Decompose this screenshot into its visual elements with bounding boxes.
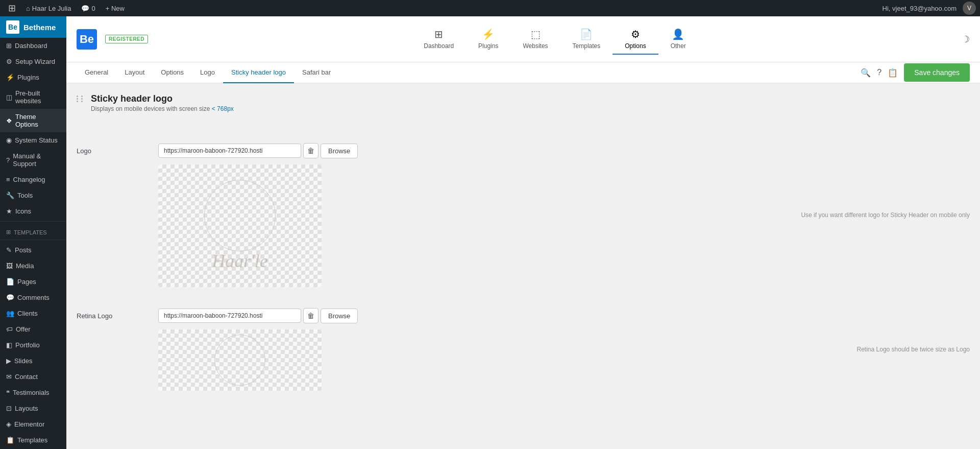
sidebar-item-posts[interactable]: ✎ Posts	[0, 242, 66, 258]
media-icon: 🖼	[6, 262, 13, 270]
drag-handle[interactable]	[77, 96, 85, 102]
top-nav-items: ⊞ Dashboard ⚡ Plugins ⬚ Websites 📄 Templ…	[148, 24, 962, 55]
logo-url-input[interactable]	[158, 144, 301, 158]
user-greeting: Hi, vjeet_93@yahoo.com	[878, 5, 961, 12]
comment-icon: 💬	[81, 5, 89, 12]
layouts-icon: ⊡	[6, 405, 12, 412]
top-nav-websites[interactable]: ⬚ Websites	[510, 24, 560, 55]
changelog-icon: ≡	[6, 176, 10, 183]
top-nav-dashboard[interactable]: ⊞ Dashboard	[411, 24, 466, 55]
top-nav-options[interactable]: ⚙ Options	[612, 24, 658, 55]
section-header: Sticky header logo Displays on mobile de…	[77, 93, 970, 121]
options-content: Sticky header logo Displays on mobile de…	[66, 83, 980, 412]
comments-icon: 💬	[6, 294, 14, 301]
testimonials-icon: ❝	[6, 389, 10, 396]
system-icon: ◉	[6, 136, 12, 144]
logo-circle	[204, 180, 276, 251]
sub-tab-sticky-header-logo[interactable]: Sticky header logo	[223, 62, 294, 83]
tools-icon: 🔧	[6, 192, 14, 199]
new-label: + New	[106, 5, 125, 12]
sidebar-item-testimonials[interactable]: ❝ Testimonials	[0, 385, 66, 400]
icons-icon: ★	[6, 207, 12, 215]
pages-icon: 📄	[6, 278, 14, 286]
sidebar-item-manual-support[interactable]: ? Manual & Support	[0, 148, 66, 172]
sidebar-item-contact[interactable]: ✉ Contact	[0, 369, 66, 385]
sidebar-item-theme-options[interactable]: ❖ Theme Options	[0, 109, 66, 132]
sidebar-item-media[interactable]: 🖼 Media	[0, 258, 66, 274]
retina-logo-url-input[interactable]	[158, 309, 301, 323]
logo-preview-text: Haar'le	[212, 250, 268, 272]
logo-form-inner: 🗑 Browse Haar'le Use if you want differe…	[158, 143, 970, 287]
sub-tab-options[interactable]: Options	[153, 62, 192, 83]
logo-browse-button[interactable]: Browse	[321, 144, 358, 158]
retina-logo-input-group: 🗑 Browse	[158, 308, 837, 323]
top-nav-templates[interactable]: 📄 Templates	[560, 24, 613, 55]
sidebar-brand[interactable]: Be Betheme	[0, 16, 66, 38]
sidebar-item-templates-bottom[interactable]: 📋 Templates	[0, 432, 66, 448]
sidebar-item-dashboard[interactable]: ⊞ Dashboard	[0, 38, 66, 54]
help-icon[interactable]: ?	[877, 68, 881, 77]
sub-tabs-right: 🔍 ? 📋 Save changes	[861, 63, 970, 82]
top-nav: Be REGISTERED ⊞ Dashboard ⚡ Plugins ⬚ We…	[66, 16, 980, 62]
site-name-item[interactable]: ⌂ Haar Le Julia	[22, 0, 75, 16]
sidebar-item-pages[interactable]: 📄 Pages	[0, 274, 66, 290]
sidebar-item-pre-built[interactable]: ◫ Pre-built websites	[0, 85, 66, 109]
section-title-block: Sticky header logo Displays on mobile de…	[91, 93, 234, 112]
logo-clear-button[interactable]: 🗑	[303, 143, 318, 158]
sidebar-item-comments[interactable]: 💬 Comments	[0, 290, 66, 305]
clipboard-icon[interactable]: 📋	[888, 68, 898, 78]
section-title: Sticky header logo	[91, 93, 234, 104]
top-nav-plugins[interactable]: ⚡ Plugins	[466, 24, 510, 55]
sidebar: Be Betheme ⊞ Dashboard ⚙ Setup Wizard ⚡ …	[0, 16, 66, 449]
sidebar-item-layouts[interactable]: ⊡ Layouts	[0, 400, 66, 416]
prebuilt-icon: ◫	[6, 93, 12, 101]
sidebar-item-tools[interactable]: 🔧 Tools	[0, 187, 66, 203]
offer-icon: 🏷	[6, 325, 13, 333]
new-item[interactable]: + New	[102, 0, 129, 16]
sidebar-item-setup-wizard[interactable]: ⚙ Setup Wizard	[0, 54, 66, 69]
sidebar-item-changelog[interactable]: ≡ Changelog	[0, 172, 66, 187]
sub-tab-general[interactable]: General	[77, 62, 116, 83]
plugins-icon: ⚡	[6, 74, 14, 81]
top-nav-other[interactable]: 👤 Other	[658, 24, 698, 55]
slides-icon: ▶	[6, 357, 11, 365]
sidebar-item-clients[interactable]: 👥 Clients	[0, 305, 66, 321]
nav-other-icon: 👤	[672, 28, 684, 40]
main-content: Be REGISTERED ⊞ Dashboard ⚡ Plugins ⬚ We…	[66, 16, 980, 449]
retina-logo-image-preview	[158, 329, 322, 391]
clients-icon: 👥	[6, 310, 14, 317]
sidebar-item-portfolio[interactable]: ◧ Portfolio	[0, 337, 66, 353]
sidebar-item-system-status[interactable]: ◉ System Status	[0, 132, 66, 148]
betheme-logo: Be	[77, 29, 97, 50]
admin-bar: ⊞ ⌂ Haar Le Julia 💬 0 + New Hi, vjeet_93…	[0, 0, 980, 16]
retina-logo-circle	[214, 335, 265, 386]
sidebar-item-icons[interactable]: ★ Icons	[0, 203, 66, 219]
sub-tab-logo[interactable]: Logo	[192, 62, 223, 83]
retina-logo-browse-button[interactable]: Browse	[321, 309, 358, 323]
retina-logo-clear-button[interactable]: 🗑	[303, 308, 318, 323]
setup-icon: ⚙	[6, 58, 12, 65]
sub-tab-safari-bar[interactable]: Safari bar	[294, 62, 339, 83]
theme-options-icon: ❖	[6, 117, 12, 125]
sub-tab-layout[interactable]: Layout	[116, 62, 153, 83]
comments-item[interactable]: 💬 0	[77, 0, 99, 16]
top-nav-right: ☽	[962, 34, 970, 45]
dashboard-icon: ⊞	[6, 42, 12, 50]
sidebar-item-elementor[interactable]: ◈ Elementor	[0, 416, 66, 432]
wp-logo-item[interactable]: ⊞	[4, 0, 20, 16]
section-px: < 768px	[212, 105, 234, 112]
templates-section-header: ⊞ Templates	[0, 224, 66, 238]
dark-mode-icon[interactable]: ☽	[962, 34, 970, 45]
admin-bar-right: Hi, vjeet_93@yahoo.com V	[878, 2, 976, 15]
posts-icon: ✎	[6, 246, 12, 254]
save-changes-button[interactable]: Save changes	[904, 63, 970, 82]
sidebar-item-offer[interactable]: 🏷 Offer	[0, 321, 66, 337]
sidebar-item-slides[interactable]: ▶ Slides	[0, 353, 66, 369]
section-subtitle: Displays on mobile devices with screen s…	[91, 105, 234, 112]
registered-badge: REGISTERED	[105, 35, 148, 43]
search-icon[interactable]: 🔍	[861, 68, 871, 78]
sidebar-item-plugins[interactable]: ⚡ Plugins	[0, 69, 66, 85]
retina-logo-form-inner: 🗑 Browse Retina Logo should be twice siz…	[158, 308, 970, 391]
templates-bottom-icon: 📋	[6, 436, 14, 444]
retina-logo-label: Retina Logo	[77, 308, 158, 320]
